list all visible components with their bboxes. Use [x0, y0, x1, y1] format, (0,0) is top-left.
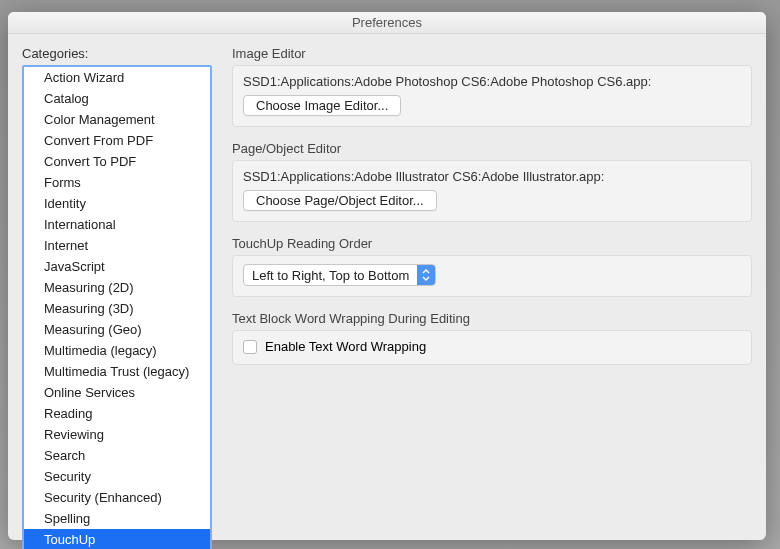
category-item[interactable]: International — [24, 214, 210, 235]
category-item[interactable]: TouchUp — [24, 529, 210, 549]
category-item[interactable]: Color Management — [24, 109, 210, 130]
category-item[interactable]: Convert From PDF — [24, 130, 210, 151]
image-editor-panel: SSD1:Applications:Adobe Photoshop CS6:Ad… — [232, 65, 752, 127]
category-item[interactable]: Measuring (2D) — [24, 277, 210, 298]
choose-page-editor-button[interactable]: Choose Page/Object Editor... — [243, 190, 437, 211]
reading-order-section: TouchUp Reading Order Left to Right, Top… — [232, 236, 752, 297]
page-editor-panel: SSD1:Applications:Adobe Illustrator CS6:… — [232, 160, 752, 222]
category-item[interactable]: Measuring (Geo) — [24, 319, 210, 340]
settings-pane: Image Editor SSD1:Applications:Adobe Pho… — [232, 46, 752, 549]
image-editor-section: Image Editor SSD1:Applications:Adobe Pho… — [232, 46, 752, 127]
category-item[interactable]: Catalog — [24, 88, 210, 109]
category-item[interactable]: Multimedia Trust (legacy) — [24, 361, 210, 382]
category-item[interactable]: Measuring (3D) — [24, 298, 210, 319]
page-editor-path: SSD1:Applications:Adobe Illustrator CS6:… — [243, 169, 741, 184]
word-wrap-checkbox-label: Enable Text Word Wrapping — [265, 339, 426, 354]
category-item[interactable]: Internet — [24, 235, 210, 256]
reading-order-select[interactable]: Left to Right, Top to Bottom — [243, 264, 436, 286]
category-item[interactable]: Forms — [24, 172, 210, 193]
category-item[interactable]: Reading — [24, 403, 210, 424]
category-item[interactable]: Spelling — [24, 508, 210, 529]
category-item[interactable]: Security (Enhanced) — [24, 487, 210, 508]
category-item[interactable]: Security — [24, 466, 210, 487]
choose-image-editor-button[interactable]: Choose Image Editor... — [243, 95, 401, 116]
category-item[interactable]: JavaScript — [24, 256, 210, 277]
image-editor-path: SSD1:Applications:Adobe Photoshop CS6:Ad… — [243, 74, 741, 89]
reading-order-panel: Left to Right, Top to Bottom — [232, 255, 752, 297]
word-wrap-label: Text Block Word Wrapping During Editing — [232, 311, 752, 326]
word-wrap-checkbox[interactable] — [243, 340, 257, 354]
window-title: Preferences — [8, 12, 766, 34]
word-wrap-section: Text Block Word Wrapping During Editing … — [232, 311, 752, 365]
page-editor-section: Page/Object Editor SSD1:Applications:Ado… — [232, 141, 752, 222]
categories-label: Categories: — [22, 46, 212, 61]
word-wrap-panel: Enable Text Word Wrapping — [232, 330, 752, 365]
sidebar: Categories: Action WizardCatalogColor Ma… — [22, 46, 212, 549]
category-item[interactable]: Multimedia (legacy) — [24, 340, 210, 361]
category-item[interactable]: Search — [24, 445, 210, 466]
category-item[interactable]: Convert To PDF — [24, 151, 210, 172]
image-editor-label: Image Editor — [232, 46, 752, 61]
word-wrap-checkbox-row[interactable]: Enable Text Word Wrapping — [243, 339, 741, 354]
category-item[interactable]: Action Wizard — [24, 67, 210, 88]
categories-listbox[interactable]: Action WizardCatalogColor ManagementConv… — [22, 65, 212, 549]
page-editor-label: Page/Object Editor — [232, 141, 752, 156]
category-item[interactable]: Online Services — [24, 382, 210, 403]
category-item[interactable]: Reviewing — [24, 424, 210, 445]
category-item[interactable]: Identity — [24, 193, 210, 214]
reading-order-value: Left to Right, Top to Bottom — [244, 265, 417, 285]
dialog-content: Categories: Action WizardCatalogColor Ma… — [8, 34, 766, 549]
preferences-dialog: Preferences Categories: Action WizardCat… — [8, 12, 766, 540]
reading-order-label: TouchUp Reading Order — [232, 236, 752, 251]
updown-icon — [417, 265, 435, 285]
